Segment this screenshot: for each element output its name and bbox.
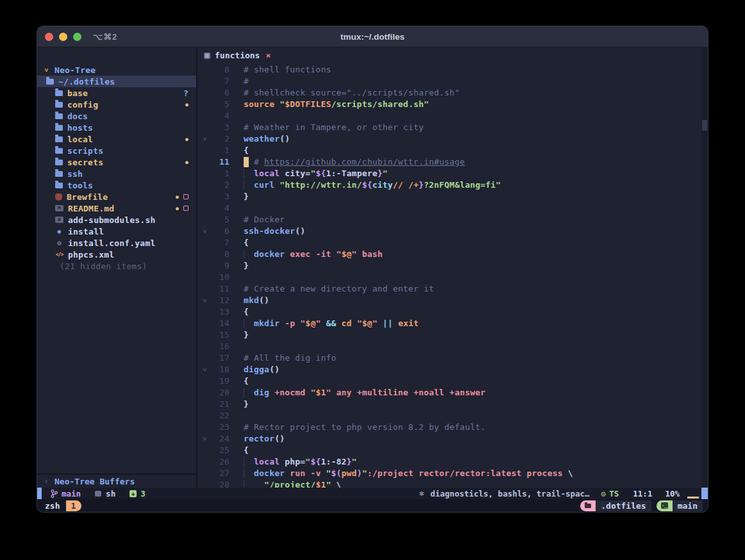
- code-line[interactable]: 7#: [197, 76, 708, 87]
- code-line[interactable]: 6# shellcheck source="../scripts/shared.…: [197, 87, 708, 99]
- code-line[interactable]: 15}: [197, 329, 708, 341]
- git-branch-icon: [51, 490, 58, 498]
- tree-item-brewfile[interactable]: Brewfile●: [37, 191, 196, 202]
- code-line[interactable]: 1▏ local city="${1:-Tampere}": [197, 168, 708, 179]
- code-line[interactable]: 9}: [197, 260, 708, 272]
- code-line[interactable]: 3}: [197, 191, 708, 202]
- window-title: tmux:~/.dotfiles: [37, 32, 708, 42]
- chevron-right-icon: ›: [42, 477, 50, 486]
- fold-chevron-icon[interactable]: >: [199, 229, 210, 233]
- line-number: 8: [197, 249, 230, 260]
- tab-close-icon[interactable]: ×: [265, 51, 271, 60]
- code-area[interactable]: 8# shell functions7#6# shellcheck source…: [197, 63, 708, 488]
- tree-item-hosts[interactable]: hosts: [37, 122, 196, 133]
- neotree-buffers-section[interactable]: › Neo-Tree Buffers: [37, 474, 196, 488]
- tree-item--.dotfiles[interactable]: ~/.dotfiles: [37, 76, 196, 87]
- code-line[interactable]: 7{: [197, 237, 708, 249]
- code-line[interactable]: 27▏ docker run -v "$(pwd)":/project rect…: [197, 468, 708, 479]
- folder-icon: [55, 171, 63, 177]
- tree-item-tools[interactable]: tools: [37, 179, 196, 191]
- code-line[interactable]: 13{: [197, 306, 708, 318]
- code-line[interactable]: 26▏ local php="${1:-82}": [197, 456, 708, 468]
- code-line[interactable]: 16: [197, 341, 708, 352]
- tree-item-base[interactable]: base?: [37, 87, 196, 99]
- code-line[interactable]: 21}: [197, 399, 708, 410]
- content-area: > Neo-Tree ~/.dotfilesbase?config●docsho…: [37, 48, 708, 488]
- line-number: 27: [197, 468, 230, 479]
- code-line[interactable]: >12mkd(): [197, 295, 708, 306]
- code-line[interactable]: 8▏ docker exec -it "$@" bash: [197, 249, 708, 260]
- code-line[interactable]: >6ssh-docker(): [197, 226, 708, 237]
- fold-chevron-icon[interactable]: >: [199, 137, 210, 141]
- tree-item-secrets[interactable]: secrets●: [37, 156, 196, 168]
- tree-item-label: tools: [67, 181, 93, 190]
- code-line[interactable]: 11 # https://github.com/chubin/wttr.in#u…: [197, 156, 708, 168]
- neotree-title: Neo-Tree: [54, 65, 96, 75]
- code-line[interactable]: 20▏ dig +nocmd "$1" any +multiline +noal…: [197, 387, 708, 399]
- folder-icon: [55, 113, 63, 119]
- tab-functions[interactable]: functions ×: [204, 51, 271, 60]
- tree-item-config[interactable]: config●: [37, 99, 196, 110]
- code-line[interactable]: 2▏ curl "http://wttr.in/${city// /+}?2nF…: [197, 179, 708, 191]
- neotree-header: > Neo-Tree: [37, 64, 196, 76]
- scrollbar-thumb[interactable]: [702, 120, 707, 131]
- line-number: 19: [197, 375, 230, 387]
- code-line[interactable]: 10: [197, 272, 708, 283]
- tree-item-ssh[interactable]: ssh: [37, 168, 196, 179]
- tmux-dir-label: .dotfiles: [596, 500, 651, 511]
- line-number: 21: [197, 399, 230, 410]
- scrollbar-track[interactable]: [701, 48, 708, 488]
- code-line[interactable]: 19{: [197, 375, 708, 387]
- fold-chevron-icon[interactable]: >: [199, 437, 210, 441]
- code-line[interactable]: 11# Create a new directory and enter it: [197, 283, 708, 295]
- code-line[interactable]: 23# Rector project to php version 8.2 by…: [197, 422, 708, 433]
- code-line[interactable]: 4: [197, 202, 708, 214]
- code-line[interactable]: 17# All the dig info: [197, 352, 708, 364]
- text-cursor: [244, 157, 249, 167]
- tree-item--21-hidden-items-[interactable]: (21 hidden items): [37, 260, 196, 272]
- line-number: 28: [197, 479, 230, 488]
- code-line[interactable]: 14▏ mkdir -p "$@" && cd "$@" || exit: [197, 318, 708, 329]
- tree-item-label: Brewfile: [67, 192, 108, 202]
- line-number: 15: [197, 329, 230, 341]
- code-line[interactable]: 28▏ "/project/$1" \: [197, 479, 708, 488]
- tree-item-add-submodules.sh[interactable]: #add-submodules.sh: [37, 214, 196, 226]
- tree-item-label: install: [68, 227, 104, 236]
- code-line[interactable]: 3# Weather in Tampere, or other city: [197, 122, 708, 133]
- tree-item-label: add-submodules.sh: [68, 215, 155, 225]
- neotree-sidebar: > Neo-Tree ~/.dotfilesbase?config●docsho…: [37, 48, 196, 488]
- code-line[interactable]: 4: [197, 110, 708, 122]
- line-number: 10: [197, 272, 230, 283]
- code-line[interactable]: 5# Docker: [197, 214, 708, 226]
- tree-item-docs[interactable]: docs: [37, 110, 196, 122]
- code-line[interactable]: 1{: [197, 145, 708, 156]
- tree-item-install.conf.yaml[interactable]: ⚙install.conf.yaml: [37, 237, 196, 249]
- line-number: 14: [197, 318, 230, 329]
- tree-item-label: scripts: [67, 146, 103, 156]
- code-line[interactable]: 5source "$DOTFILES/scripts/shared.sh": [197, 99, 708, 110]
- tree-item-scripts[interactable]: scripts: [37, 145, 196, 156]
- folder-icon: [55, 183, 63, 188]
- tree-item-phpcs.xml[interactable]: </>phpcs.xml: [37, 249, 196, 260]
- code-line[interactable]: 8# shell functions: [197, 64, 708, 76]
- code-line[interactable]: 25{: [197, 445, 708, 456]
- code-line[interactable]: >2weather(): [197, 133, 708, 145]
- tree-item-local[interactable]: local●: [37, 133, 196, 145]
- folder-icon: [55, 160, 63, 165]
- code-line[interactable]: >18digga(): [197, 364, 708, 375]
- fold-chevron-icon[interactable]: >: [199, 299, 210, 302]
- tree-item-label: hosts: [67, 123, 93, 133]
- tmux-window-index-badge[interactable]: 1: [66, 500, 81, 511]
- tree-item-readme.md[interactable]: MREADME.md●: [37, 202, 196, 214]
- line-number: 20: [197, 387, 230, 399]
- fold-chevron-icon[interactable]: >: [199, 368, 210, 372]
- tmux-session-name: zsh: [45, 501, 60, 511]
- cursor-position: 11:1: [633, 489, 652, 498]
- tree-item-install[interactable]: ✱install: [37, 226, 196, 237]
- code-line[interactable]: >24rector(): [197, 433, 708, 445]
- code-line[interactable]: 22: [197, 410, 708, 422]
- brewfile-icon: [55, 194, 62, 201]
- treesitter-label: TS: [609, 489, 619, 498]
- filetype-label: sh: [106, 489, 115, 498]
- treesitter-segment: ◎ TS: [601, 489, 619, 498]
